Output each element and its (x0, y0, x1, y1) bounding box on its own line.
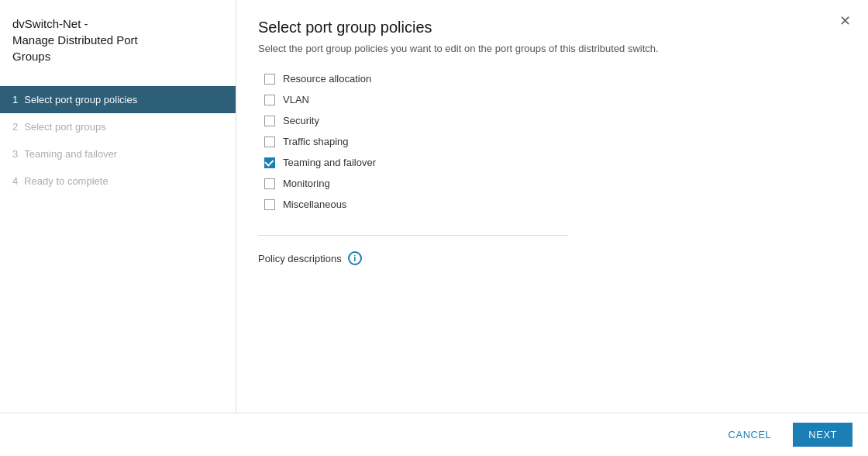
step-number: 4 (12, 175, 18, 187)
modal-body: dvSwitch-Net - Manage Distributed Port G… (0, 0, 868, 413)
checkbox-vlan[interactable] (264, 95, 275, 105)
step-number: 2 (12, 121, 18, 133)
policy-label-resource-allocation: Resource allocation (283, 73, 371, 85)
sidebar-step-4: 4Ready to complete (0, 168, 236, 195)
main-title: Select port group policies (258, 19, 846, 36)
checkbox-miscellaneous[interactable] (264, 199, 275, 210)
sidebar-steps: 1Select port group policies2Select port … (0, 86, 236, 195)
checkbox-security[interactable] (264, 116, 275, 126)
policy-label-monitoring: Monitoring (283, 178, 330, 189)
info-icon[interactable]: i (348, 251, 362, 265)
modal-dialog: dvSwitch-Net - Manage Distributed Port G… (0, 0, 868, 456)
checkbox-teaming-failover[interactable] (264, 157, 275, 168)
modal-footer: CANCEL NEXT (0, 413, 868, 456)
step-label: Select port group policies (24, 94, 137, 105)
next-button[interactable]: NEXT (793, 423, 852, 447)
divider (258, 235, 568, 236)
policy-item-teaming-failover[interactable]: Teaming and failover (264, 157, 846, 168)
main-content: ✕ Select port group policies Select the … (236, 0, 868, 413)
policy-descriptions-row: Policy descriptions i (258, 251, 846, 265)
policy-descriptions-label: Policy descriptions (258, 253, 342, 264)
policy-label-vlan: VLAN (283, 94, 309, 105)
policy-label-traffic-shaping: Traffic shaping (283, 136, 349, 147)
checkbox-resource-allocation[interactable] (264, 74, 275, 85)
main-subtitle: Select the port group policies you want … (258, 43, 846, 54)
sidebar-step-2: 2Select port groups (0, 113, 236, 140)
sidebar: dvSwitch-Net - Manage Distributed Port G… (0, 0, 236, 413)
cancel-button[interactable]: CANCEL (716, 423, 784, 447)
sidebar-title: dvSwitch-Net - Manage Distributed Port G… (0, 16, 236, 80)
checkbox-traffic-shaping[interactable] (264, 136, 275, 147)
policy-label-miscellaneous: Miscellaneous (283, 199, 346, 210)
close-button[interactable]: ✕ (835, 12, 856, 29)
policy-label-security: Security (283, 115, 319, 126)
sidebar-step-3: 3Teaming and failover (0, 140, 236, 168)
step-number: 3 (12, 148, 18, 160)
checkbox-monitoring[interactable] (264, 178, 275, 189)
policy-item-security[interactable]: Security (264, 115, 846, 126)
policy-item-traffic-shaping[interactable]: Traffic shaping (264, 136, 846, 147)
policy-label-teaming-failover: Teaming and failover (283, 157, 376, 168)
policy-item-miscellaneous[interactable]: Miscellaneous (264, 199, 846, 210)
policy-item-resource-allocation[interactable]: Resource allocation (264, 73, 846, 85)
step-number: 1 (12, 94, 18, 105)
step-label: Select port groups (24, 121, 106, 133)
policy-item-monitoring[interactable]: Monitoring (264, 178, 846, 189)
step-label: Ready to complete (24, 175, 108, 187)
policy-item-vlan[interactable]: VLAN (264, 94, 846, 105)
policies-list: Resource allocationVLANSecurityTraffic s… (264, 73, 846, 210)
sidebar-step-1: 1Select port group policies (0, 86, 236, 113)
step-label: Teaming and failover (24, 148, 117, 160)
